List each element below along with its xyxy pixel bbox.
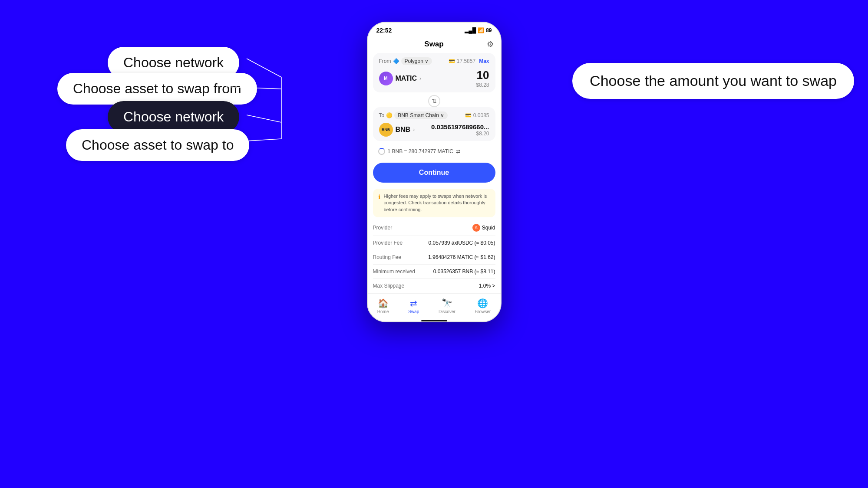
settings-icon[interactable]: ⚙ xyxy=(487,39,494,49)
from-asset-chevron: › xyxy=(419,75,421,82)
from-amount-usd: $8.28 xyxy=(476,82,489,88)
svg-line-2 xyxy=(247,115,281,122)
routing-fee-value: 1.96484276 MATIC (≈ $1.62) xyxy=(428,254,495,260)
to-network-badge[interactable]: BNB Smart Chain ∨ xyxy=(394,111,448,119)
to-label: To 🟡 BNB Smart Chain ∨ xyxy=(379,111,448,119)
warning-box: ℹ Higher fees may apply to swaps when ne… xyxy=(373,189,495,217)
annotation-bubble-choose-asset-to: Choose asset to swap to xyxy=(66,129,249,161)
max-slippage-label: Max Slippage xyxy=(373,283,405,289)
rate-loader-icon xyxy=(378,148,385,155)
from-wallet-icon: 💳 xyxy=(449,58,455,64)
max-slippage-row[interactable]: Max Slippage 1.0% > xyxy=(373,279,495,293)
min-received-row: Minimum received 0.03526357 BNB (≈ $8.11… xyxy=(373,265,495,279)
bnb-icon: BNB xyxy=(379,123,393,137)
from-asset-amount-row: M MATIC › 10 $8.28 xyxy=(379,69,489,88)
browser-icon: 🌐 xyxy=(477,298,488,308)
from-network-icon: 🔷 xyxy=(393,58,399,64)
home-icon: 🏠 xyxy=(378,298,389,308)
warning-text: Higher fees may apply to swaps when netw… xyxy=(384,193,490,213)
from-asset-selector[interactable]: M MATIC › xyxy=(379,72,421,85)
nav-discover[interactable]: 🔭 Discover xyxy=(439,298,455,314)
rate-row: 1 BNB = 280.742977 MATIC ⇄ xyxy=(373,144,495,159)
to-balance: 0.0085 xyxy=(473,112,489,118)
from-balance: 17.5857 xyxy=(457,58,475,64)
swap-nav-icon: ⇄ xyxy=(410,298,417,308)
min-received-label: Minimum received xyxy=(373,269,415,275)
svg-line-0 xyxy=(247,59,281,77)
from-network-name: Polygon xyxy=(405,58,423,64)
nav-home-label: Home xyxy=(377,309,389,314)
to-network-icon: 🟡 xyxy=(386,112,393,118)
continue-button[interactable]: Continue xyxy=(373,163,495,183)
annotation-bubble-choose-network-2: Choose network xyxy=(108,101,239,133)
nav-browser[interactable]: 🌐 Browser xyxy=(475,298,491,314)
swap-area: From 🔷 Polygon ∨ 💳 17.5857 Max xyxy=(368,53,501,217)
from-amount-value[interactable]: 10 xyxy=(476,69,489,82)
from-section: From 🔷 Polygon ∨ 💳 17.5857 Max xyxy=(373,53,495,92)
bottom-nav: 🏠 Home ⇄ Swap 🔭 Discover 🌐 Browser xyxy=(368,293,501,318)
min-received-value: 0.03526357 BNB (≈ $8.11) xyxy=(433,269,495,275)
annotation-bubble-choose-asset-from: Choose asset to swap from xyxy=(57,73,257,105)
phone-container: 22:52 ▂▄█ 📶 89 Swap ⚙ From 🔷 P xyxy=(367,22,502,322)
provider-name: Squid xyxy=(482,225,495,231)
to-section: To 🟡 BNB Smart Chain ∨ 💳 0.0085 xyxy=(373,107,495,141)
status-time: 22:52 xyxy=(376,27,392,34)
battery-icon: 89 xyxy=(486,27,492,33)
from-text: From xyxy=(379,58,391,64)
to-asset-name: BNB xyxy=(396,126,411,134)
to-asset-selector[interactable]: BNB BNB › xyxy=(379,123,415,137)
max-slippage-value: 1.0% > xyxy=(479,283,495,289)
routing-fee-row: Routing Fee 1.96484276 MATIC (≈ $1.62) xyxy=(373,250,495,265)
provider-label: Provider xyxy=(373,225,393,231)
to-balance-row: 💳 0.0085 xyxy=(465,112,489,118)
provider-fee-value: 0.057939 axlUSDC (≈ $0.05) xyxy=(428,240,495,246)
from-section-top: From 🔷 Polygon ∨ 💳 17.5857 Max xyxy=(379,57,489,65)
status-bar: 22:52 ▂▄█ 📶 89 xyxy=(368,23,501,36)
to-amount-value: 0.0356197689660... xyxy=(431,123,489,131)
matic-logo: M xyxy=(379,72,393,85)
phone: 22:52 ▂▄█ 📶 89 Swap ⚙ From 🔷 P xyxy=(367,22,502,322)
squid-icon: S xyxy=(472,224,480,232)
provider-fee-label: Provider Fee xyxy=(373,240,403,246)
to-wallet-icon: 💳 xyxy=(465,112,472,118)
discover-icon: 🔭 xyxy=(442,298,452,308)
warning-icon: ℹ xyxy=(378,193,380,200)
nav-swap-label: Swap xyxy=(408,309,419,314)
nav-discover-label: Discover xyxy=(439,309,455,314)
swap-arrow-container: ⇅ xyxy=(373,95,495,107)
from-network-badge[interactable]: Polygon ∨ xyxy=(401,57,432,65)
from-label: From 🔷 Polygon ∨ xyxy=(379,57,432,65)
to-asset-chevron: › xyxy=(413,127,415,133)
to-amount-display: 0.0356197689660... $8.20 xyxy=(431,123,489,137)
to-network-chevron: ∨ xyxy=(440,112,444,118)
annotation-bubble-choose-amount: Choose the amount you want to swap xyxy=(572,63,854,99)
to-section-top: To 🟡 BNB Smart Chain ∨ 💳 0.0085 xyxy=(379,111,489,119)
signal-icon: ▂▄█ xyxy=(465,27,476,33)
routing-fee-label: Routing Fee xyxy=(373,254,401,260)
provider-row: Provider S Squid xyxy=(373,220,495,236)
details-section: Provider S Squid Provider Fee 0.057939 a… xyxy=(368,220,501,293)
provider-badge: S Squid xyxy=(472,224,495,232)
from-asset-name: MATIC xyxy=(396,75,417,82)
nav-swap[interactable]: ⇄ Swap xyxy=(408,298,419,314)
swap-arrow-button[interactable]: ⇅ xyxy=(428,95,440,107)
from-balance-row: 💳 17.5857 Max xyxy=(449,58,489,64)
nav-browser-label: Browser xyxy=(475,309,491,314)
home-indicator xyxy=(421,320,447,321)
wifi-icon: 📶 xyxy=(478,27,484,33)
nav-home[interactable]: 🏠 Home xyxy=(377,298,389,314)
rate-text: 1 BNB = 280.742977 MATIC xyxy=(388,148,454,154)
app-header: Swap ⚙ xyxy=(368,36,501,53)
from-amount-display: 10 $8.28 xyxy=(476,69,489,88)
to-asset-amount-row: BNB BNB › 0.0356197689660... $8.20 xyxy=(379,123,489,137)
provider-fee-row: Provider Fee 0.057939 axlUSDC (≈ $0.05) xyxy=(373,236,495,250)
to-amount-usd: $8.20 xyxy=(431,131,489,137)
max-button[interactable]: Max xyxy=(479,58,489,64)
status-icons: ▂▄█ 📶 89 xyxy=(465,27,492,33)
from-network-chevron: ∨ xyxy=(425,58,429,64)
bnb-logo: BNB xyxy=(379,123,393,137)
app-title: Swap xyxy=(424,40,443,49)
matic-icon: M xyxy=(379,72,393,85)
to-text: To xyxy=(379,112,385,118)
rate-swap-icon: ⇄ xyxy=(456,148,460,154)
